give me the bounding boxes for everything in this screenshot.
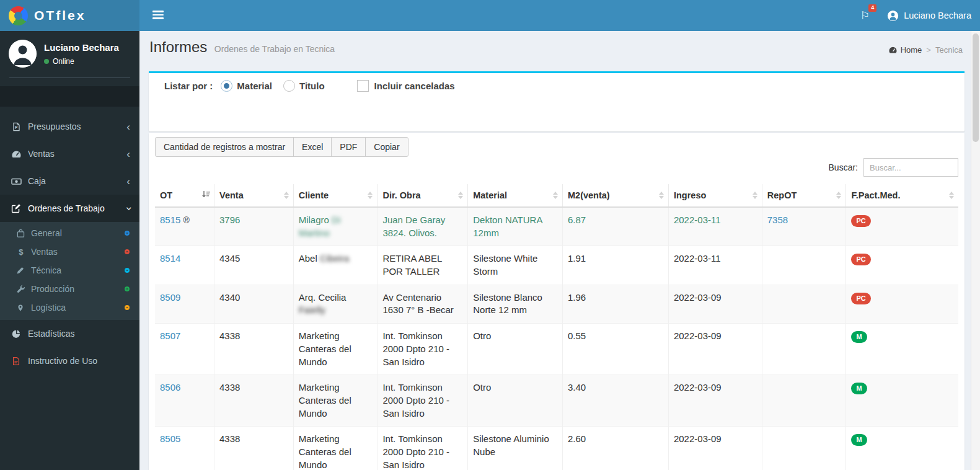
sidebar-user-status[interactable]: Online <box>44 57 119 66</box>
breadcrumb-home-link[interactable]: Home <box>888 45 922 55</box>
bag-icon <box>14 229 27 238</box>
sidebar-item-ventas-ot[interactable]: $Ventas <box>0 242 139 261</box>
edit-icon <box>9 203 23 213</box>
column-header-venta[interactable]: Venta <box>214 184 294 207</box>
repot-link[interactable]: 7358 <box>767 215 788 225</box>
search-input[interactable] <box>863 158 958 177</box>
sidebar-item-logistica[interactable]: Logística <box>0 298 139 317</box>
sidebar-item-label: Instructivo de Uso <box>28 356 97 366</box>
radio-material[interactable] <box>221 80 232 92</box>
cell-material: Silestone Blanco Norte 12 mm <box>468 285 563 323</box>
cell-m2: 0.55 <box>563 324 669 375</box>
column-header-material[interactable]: Material <box>468 184 563 207</box>
cell-ingreso: 2022-03-11 <box>668 246 762 285</box>
column-header-cliente[interactable]: Cliente <box>293 184 377 207</box>
column-header-fpm[interactable]: F.Pact.Med. <box>846 184 958 207</box>
navbar-user-menu[interactable]: Luciano Bechara <box>887 10 971 22</box>
column-header-ot[interactable]: OT <box>155 184 214 207</box>
navbar-user-name: Luciano Bechara <box>904 11 971 20</box>
page-title: Informes <box>149 38 207 55</box>
chevron-left-icon: ‹ <box>126 122 130 132</box>
blurred-name: Faielly <box>299 304 325 315</box>
breadcrumb-current: Tecnica <box>935 45 963 55</box>
sidebar-user-name: Luciano Bechara <box>44 42 119 53</box>
notifications-flag-icon[interactable]: ⚐4 <box>859 8 871 24</box>
vertical-scrollbar[interactable] <box>971 31 980 470</box>
app-logo[interactable]: OTflex <box>0 0 139 31</box>
sidebar-item-label: Ventas <box>28 149 55 159</box>
sidebar-item-general[interactable]: General <box>0 224 139 242</box>
top-navbar: OTflex ⚐4 Luciano Bechara <box>0 0 980 31</box>
sort-icon <box>458 192 463 199</box>
sidebar-divider <box>9 78 130 78</box>
fpm-badge: PC <box>851 215 870 227</box>
checkbox-incluir-canceladas-label[interactable]: Incluir canceladas <box>374 81 455 91</box>
registered-icon: ® <box>183 215 189 225</box>
sidebar-item-ventas[interactable]: Ventas‹ <box>0 140 139 167</box>
avatar <box>9 40 37 68</box>
cell-cliente: Marketing Canteras del Mundo <box>293 427 377 470</box>
column-header-ingreso[interactable]: Ingreso <box>668 184 762 207</box>
sidebar-submenu: General$VentasTécnicaProducciónLogística <box>0 222 139 320</box>
cell-repot <box>762 324 846 375</box>
radio-titulo-label[interactable]: Titulo <box>299 81 325 91</box>
scrollbar-thumb[interactable] <box>973 33 979 142</box>
sidebar-item-label: Ordenes de Trabajo <box>28 203 105 213</box>
radio-material-label[interactable]: Material <box>237 81 272 91</box>
ot-link[interactable]: 8507 <box>160 330 180 341</box>
cell-m2: 1.91 <box>563 246 669 285</box>
sidebar-item-tecnica[interactable]: Técnica <box>0 261 139 280</box>
sidebar-item-presupuestos[interactable]: PPresupuestos‹ <box>0 113 139 140</box>
logo-swirl-icon <box>9 6 28 25</box>
cell-dir_obra: Av Centenario 1630 7° B -Becar <box>377 285 468 323</box>
ot-link[interactable]: 8505 <box>160 433 180 444</box>
blurred-name: Cibeira <box>320 253 350 264</box>
checkbox-incluir-canceladas[interactable] <box>357 80 369 92</box>
cell-venta: 4340 <box>214 285 294 323</box>
cell-m2: 2.60 <box>563 427 669 470</box>
cell-dir_obra: Juan De Garay 3824. Olivos. <box>377 207 468 246</box>
column-header-m2[interactable]: M2(venta) <box>563 184 669 207</box>
column-header-repot[interactable]: RepOT <box>762 184 846 207</box>
pdf-button[interactable]: PDF <box>331 137 366 157</box>
sidebar-item-instructivo-de-uso[interactable]: Instructivo de Uso <box>0 347 139 375</box>
circle-status-icon <box>125 305 130 310</box>
cell-repot: 7358 <box>762 207 846 246</box>
sidebar-item-label: Caja <box>28 176 46 186</box>
cell-material: Otro <box>468 375 563 427</box>
cell-venta: 4338 <box>214 427 294 470</box>
cantidad-registros-button[interactable]: Cantidad de registros a mostrar <box>155 137 294 157</box>
svg-text:$: $ <box>19 247 24 257</box>
table-row: 85144345Abel CibeiraRETIRA ABEL POR TALL… <box>155 246 958 285</box>
cell-cliente: Arq. Cecilia Faielly <box>293 285 377 323</box>
sidebar-item-estadisticas[interactable]: Estadísticas <box>0 320 139 347</box>
excel-button[interactable]: Excel <box>293 137 332 157</box>
ot-link[interactable]: 8515 <box>160 215 180 225</box>
table-body: 8515®3796Milagro Di MartinoJuan De Garay… <box>155 207 958 470</box>
ot-link[interactable]: 8514 <box>160 253 180 264</box>
sidebar-item-label: Presupuestos <box>28 122 81 131</box>
sort-icon <box>949 192 954 199</box>
ot-link[interactable]: 8509 <box>160 292 180 303</box>
cell-m2: 1.96 <box>563 285 669 323</box>
cell-repot <box>762 427 846 470</box>
marker-icon <box>14 303 27 313</box>
cell-venta: 4345 <box>214 246 294 285</box>
ot-link[interactable]: 8506 <box>160 382 180 392</box>
sidebar-item-produccion[interactable]: Producción <box>0 280 139 298</box>
search-label: Buscar: <box>829 162 858 172</box>
online-status-icon <box>44 59 49 64</box>
sidebar-item-caja[interactable]: Caja‹ <box>0 167 139 195</box>
table-row: 8515®3796Milagro Di MartinoJuan De Garay… <box>155 207 958 246</box>
cell-fpm: M <box>846 427 958 470</box>
table-row: 85074338Marketing Canteras del MundoInt.… <box>155 324 958 375</box>
sidebar-item-ordenes-de-trabajo[interactable]: Ordenes de Trabajo‹ <box>0 195 139 222</box>
column-header-dir_obra[interactable]: Dir. Obra <box>377 184 468 207</box>
sidebar-item-label: Producción <box>31 284 74 294</box>
sidebar-toggle-button[interactable] <box>152 11 164 19</box>
cell-repot <box>762 285 846 323</box>
sidebar-item-label: Logística <box>31 303 66 313</box>
radio-titulo[interactable] <box>283 80 295 92</box>
circle-status-icon <box>125 268 130 273</box>
copiar-button[interactable]: Copiar <box>365 137 408 157</box>
